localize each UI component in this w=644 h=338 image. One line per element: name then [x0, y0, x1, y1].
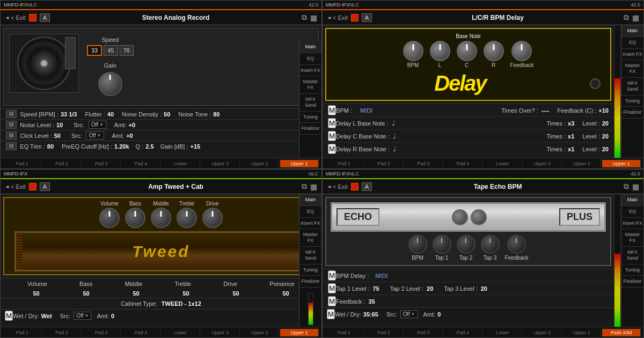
speed-btn-45[interactable]: 45: [104, 45, 118, 56]
settings-icon-3[interactable]: ▦: [310, 182, 317, 191]
pad4-lower[interactable]: Lower: [484, 329, 522, 336]
nav-tuning-1[interactable]: Tuning: [299, 112, 321, 123]
panel3-src-dropdown[interactable]: Off ▼: [74, 312, 91, 320]
nav-finalizer-2[interactable]: Fina­lizer: [621, 107, 643, 119]
nav-tuning-3[interactable]: Tuning: [299, 264, 321, 276]
m-btn-p4-2[interactable]: M: [328, 283, 336, 293]
nav-tuning-4[interactable]: Tuning: [621, 264, 643, 276]
nav-master-fx-3[interactable]: Master FX: [299, 229, 321, 247]
bass-knob[interactable]: [125, 208, 145, 228]
c-knob[interactable]: [457, 41, 477, 61]
pad-2[interactable]: Pad 2: [43, 160, 82, 167]
pad2-lower[interactable]: Lower: [484, 160, 522, 167]
pad2-1[interactable]: Pad 1: [325, 160, 364, 167]
nav-eq-2[interactable]: EQ: [621, 37, 643, 49]
noise-src-dropdown[interactable]: Off ▼: [89, 121, 106, 129]
speed-btn-78[interactable]: 78: [120, 45, 134, 56]
m-btn-p2-2[interactable]: M: [328, 118, 336, 128]
echo-bpm-knob[interactable]: [408, 235, 427, 254]
pad2-upper1[interactable]: Upper 1: [602, 160, 641, 167]
nav-main-1[interactable]: Main: [299, 41, 321, 53]
m-btn-p4-3[interactable]: M: [328, 296, 336, 306]
nav-mfx-send-4[interactable]: MFX Send: [621, 247, 643, 264]
pad-4[interactable]: Pad 4: [122, 160, 160, 167]
pad4-1[interactable]: Pad 1: [325, 329, 364, 336]
drive-knob[interactable]: [202, 208, 223, 228]
gain-knob[interactable]: [98, 72, 122, 96]
m-btn-3[interactable]: M: [6, 131, 17, 139]
copy-icon-2[interactable]: ⧉: [624, 13, 629, 22]
pad3-upper3[interactable]: Upper 3: [201, 329, 240, 336]
m-btn-1[interactable]: M: [6, 110, 17, 118]
volume-knob[interactable]: [99, 208, 120, 228]
l-knob[interactable]: [430, 41, 450, 61]
copy-icon-1[interactable]: ⧉: [302, 13, 307, 22]
copy-icon-4[interactable]: ⧉: [624, 182, 629, 191]
nav-insert-fx-3[interactable]: Insert FX: [299, 218, 321, 230]
pad3-4[interactable]: Pad 4: [122, 329, 160, 336]
panel4-src-dropdown[interactable]: Off ▼: [400, 310, 418, 318]
feedback-knob[interactable]: [511, 41, 532, 61]
nav-master-fx-2[interactable]: Master FX: [621, 60, 643, 78]
nav-eq-3[interactable]: EQ: [299, 206, 321, 218]
nav-eq-1[interactable]: EQ: [299, 53, 321, 65]
tap1-knob[interactable]: [433, 235, 451, 254]
m-btn-p3[interactable]: M: [5, 311, 13, 321]
pad2-4[interactable]: Pad 4: [444, 160, 482, 167]
pad3-1[interactable]: Pad 1: [3, 329, 42, 336]
settings-icon-4[interactable]: ▦: [632, 182, 639, 191]
pad-3[interactable]: Pad 3: [83, 160, 121, 167]
speed-btn-33[interactable]: 33: [87, 45, 102, 56]
m-btn-p2-4[interactable]: M: [328, 144, 336, 154]
pad3-upper2[interactable]: Upper 2: [241, 329, 280, 336]
a-box-4[interactable]: A: [362, 182, 372, 191]
pad2-3[interactable]: Pad 3: [405, 160, 443, 167]
bpm-knob[interactable]: [403, 41, 423, 61]
pad4-4[interactable]: Pad 4: [444, 329, 482, 336]
m-btn-p4-1[interactable]: M: [328, 270, 336, 281]
pad4-upper3[interactable]: Upper 3: [523, 329, 562, 336]
pad3-lower[interactable]: Lower: [162, 329, 200, 336]
click-src-dropdown[interactable]: Off ▼: [86, 131, 104, 139]
pad2-upper2[interactable]: Upper 2: [563, 160, 602, 167]
exit-button-1[interactable]: < Exit: [5, 14, 26, 21]
a-box-3[interactable]: A: [40, 182, 50, 191]
nav-mfx-send-1[interactable]: MFX Send: [299, 94, 321, 112]
pad-upper3[interactable]: Upper 3: [201, 160, 240, 167]
m-btn-p4-wd[interactable]: M: [327, 309, 335, 319]
pad-lower[interactable]: Lower: [162, 160, 200, 167]
a-box-1[interactable]: A: [40, 13, 50, 22]
nav-main-3[interactable]: Main: [299, 194, 321, 206]
nav-finalizer-1[interactable]: Fina­lizer: [299, 123, 321, 135]
nav-mfx-send-3[interactable]: MFX Send: [299, 247, 321, 264]
pad-1[interactable]: Pad 1: [3, 160, 42, 167]
m-btn-4[interactable]: M: [6, 142, 17, 150]
nav-tuning-2[interactable]: Tuning: [621, 95, 643, 107]
nav-finalizer-4[interactable]: Fina­lizer: [621, 276, 643, 288]
pad3-2[interactable]: Pad 2: [43, 329, 82, 336]
pad2-2[interactable]: Pad 2: [365, 160, 404, 167]
m-btn-p2-3[interactable]: M: [328, 131, 336, 141]
pad3-3[interactable]: Pad 3: [83, 329, 121, 336]
m-btn-2[interactable]: M: [6, 121, 17, 129]
nav-master-fx-1[interactable]: Master FX: [299, 76, 321, 94]
m-btn-p2-1[interactable]: M: [328, 105, 336, 115]
pad-upper1[interactable]: Upper 1: [280, 160, 319, 167]
nav-eq-4[interactable]: EQ: [621, 206, 643, 218]
pad3-upper1[interactable]: Upper 1: [280, 329, 319, 336]
echo-center-knob-2[interactable]: [471, 209, 487, 225]
pad4-upper1[interactable]: Pads Kbd: [602, 329, 641, 336]
tap2-knob[interactable]: [457, 235, 475, 254]
middle-knob[interactable]: [151, 208, 171, 228]
pad4-upper2[interactable]: Upper 2: [563, 329, 602, 336]
settings-icon-1[interactable]: ▦: [310, 13, 317, 22]
treble-knob[interactable]: [177, 208, 197, 228]
nav-main-2[interactable]: Main: [621, 25, 643, 37]
nav-master-fx-4[interactable]: Master FX: [621, 229, 643, 247]
exit-button-4[interactable]: < Exit: [327, 183, 348, 190]
nav-insert-fx-1[interactable]: Insert FX: [299, 65, 321, 77]
tap3-knob[interactable]: [481, 235, 500, 254]
nav-main-4[interactable]: Main: [621, 194, 643, 206]
pad4-3[interactable]: Pad 3: [405, 329, 443, 336]
pad-upper2[interactable]: Upper 2: [241, 160, 280, 167]
